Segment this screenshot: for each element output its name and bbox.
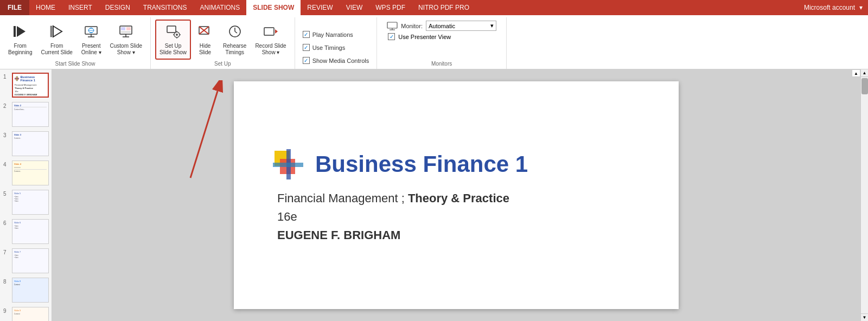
set-up-slide-show-button[interactable]: Set UpSlide Show <box>155 20 191 60</box>
slide-thumb-img-3: Slide 3 Content... <box>12 131 49 156</box>
ribbon-group-monitors: Monitor: Automatic ▾ ✓ Use Presenter Vie… <box>377 17 507 69</box>
slide-thumbnail-6[interactable]: 6 Slide 6 • Item• Item <box>2 218 49 245</box>
slide-thumbnail-4[interactable]: 4 Slide 4 ━━━━━━ Content... <box>2 159 49 187</box>
record-slide-show-button[interactable]: Record SlideShow ▾ <box>251 20 290 60</box>
ribbon-collapse-button[interactable]: ▲ <box>852 69 860 77</box>
slide-thumbnail-5[interactable]: 5 Slide 5 • Item• Item• Item <box>2 189 49 216</box>
monitor-row: Monitor: Automatic ▾ <box>387 21 496 31</box>
animations-menu-item[interactable]: ANIMATIONS <box>193 0 246 15</box>
present-online-button[interactable]: PresentOnline ▾ <box>78 20 105 60</box>
play-narrations-checkbox[interactable]: ✓ <box>303 31 310 38</box>
design-menu-item[interactable]: DESIGN <box>99 0 137 15</box>
svg-rect-10 <box>121 27 125 30</box>
scroll-up-button[interactable]: ▲ <box>861 69 869 77</box>
monitor-dropdown-chevron: ▾ <box>490 22 494 29</box>
show-media-controls-checkbox[interactable]: ✓ <box>303 57 310 64</box>
insert-menu-item[interactable]: INSERT <box>62 0 99 15</box>
scroll-track <box>861 77 868 313</box>
slide-author: EUGENE F. BRIGHAM <box>277 228 641 242</box>
record-slide-show-label: Record SlideShow ▾ <box>255 43 286 56</box>
rehearse-timings-button[interactable]: RehearseTimings <box>219 20 250 60</box>
slide-thumb-img-9: Slide 9 Content <box>12 307 49 321</box>
account-label: Microsoft account <box>804 4 855 11</box>
svg-rect-11 <box>126 27 131 30</box>
monitor-label-text: Monitor: <box>401 23 423 29</box>
ribbon: FromBeginning FromCurrent Slide <box>0 15 868 69</box>
setup-group-label: Set Up <box>214 61 231 67</box>
custom-slide-show-label: Custom SlideShow ▾ <box>110 43 142 56</box>
review-menu-item[interactable]: REVIEW <box>301 0 339 15</box>
canvas-area: Business Finance 1 Financial Management … <box>52 69 860 321</box>
slideshow-menu-item[interactable]: SLIDE SHOW <box>246 0 301 15</box>
svg-marker-1 <box>17 26 25 37</box>
subtitle-regular: Financial Management ; <box>277 191 408 205</box>
slide-thumbnail-3[interactable]: 3 Slide 3 Content... <box>2 130 49 157</box>
slide-thumbnail-8[interactable]: 8 Slide 8 Content <box>2 277 49 304</box>
use-timings-label: Use Timings <box>312 44 346 51</box>
file-menu-item[interactable]: FILE <box>0 0 29 15</box>
slide-thumbnail-7[interactable]: 7 Slide 7 • Item• Item <box>2 247 49 274</box>
svg-rect-2 <box>50 26 52 37</box>
slide-num-2: 2 <box>3 102 10 109</box>
from-current-slide-button[interactable]: FromCurrent Slide <box>37 20 76 60</box>
hide-slide-button[interactable]: HideSlide <box>192 20 218 60</box>
wpspdf-menu-item[interactable]: WPS PDF <box>369 0 412 15</box>
monitor-icon <box>387 22 398 30</box>
slide-num-4: 4 <box>3 160 10 168</box>
home-menu-item[interactable]: HOME <box>29 0 62 15</box>
nitropdf-menu-item[interactable]: NITRO PDF PRO <box>412 0 476 15</box>
account-dropdown-icon[interactable]: ▾ <box>859 4 863 11</box>
svg-marker-3 <box>53 26 62 37</box>
slide-edition: 16e <box>277 210 641 224</box>
svg-line-39 <box>190 91 218 178</box>
slide-num-1: 1 <box>3 73 10 80</box>
slide-thumbnail-2[interactable]: 2 Slide 2 Content lines... <box>2 101 49 128</box>
play-narrations-option[interactable]: ✓ Play Narrations <box>299 29 373 41</box>
use-timings-option[interactable]: ✓ Use Timings <box>299 42 373 54</box>
custom-slide-show-button[interactable]: Custom SlideShow ▾ <box>106 20 146 60</box>
from-current-slide-label: FromCurrent Slide <box>41 43 72 56</box>
slide-thumbnail-9[interactable]: 9 Slide 9 Content <box>2 306 49 321</box>
slide-thumb-img-2: Slide 2 Content lines... <box>12 102 49 127</box>
presenter-view-row: ✓ Use Presenter View <box>387 33 496 40</box>
slide-num-6: 6 <box>3 219 10 226</box>
right-scrollbar[interactable]: ▲ ▼ <box>860 69 868 321</box>
ribbon-group-options: ✓ Play Narrations ✓ Use Timings ✓ Show M… <box>295 17 378 69</box>
slide-thumb-img-6: Slide 6 • Item• Item <box>12 219 49 244</box>
svg-rect-37 <box>15 78 19 79</box>
from-beginning-button[interactable]: FromBeginning <box>4 20 36 60</box>
svg-rect-43 <box>273 163 303 167</box>
monitor-dropdown[interactable]: Automatic ▾ <box>426 21 496 31</box>
use-timings-checkbox[interactable]: ✓ <box>303 44 310 51</box>
svg-line-27 <box>235 31 237 33</box>
slide-thumb-img-4: Slide 4 ━━━━━━ Content... <box>12 160 49 185</box>
hide-slide-label: HideSlide <box>199 43 211 56</box>
svg-rect-0 <box>14 26 16 37</box>
hide-slide-icon <box>197 24 213 41</box>
ribbon-group-start-slideshow: FromBeginning FromCurrent Slide <box>0 17 151 69</box>
set-up-slide-show-icon <box>165 24 181 41</box>
view-menu-item[interactable]: VIEW <box>340 0 369 15</box>
show-media-controls-option[interactable]: ✓ Show Media Controls <box>299 55 373 67</box>
presenter-view-checkbox[interactable]: ✓ <box>388 33 395 40</box>
scroll-thumb[interactable] <box>861 78 868 94</box>
set-up-slide-show-label: Set UpSlide Show <box>159 43 187 56</box>
from-beginning-label: FromBeginning <box>8 43 32 56</box>
show-media-controls-label: Show Media Controls <box>312 57 369 64</box>
slide-thumb-img-1: Business Finance 1 Financial Management … <box>12 73 49 98</box>
slide-thumbnail-1[interactable]: 1 Business Finance 1 Financial Manageme <box>2 72 49 99</box>
subtitle-bold: Theory & Practice <box>408 191 509 205</box>
transitions-menu-item[interactable]: TRANSITIONS <box>137 0 194 15</box>
svg-rect-28 <box>264 28 274 35</box>
title-span: Business Finance 1 <box>315 151 528 177</box>
slide-header: Business Finance 1 <box>272 148 641 181</box>
rehearse-timings-icon <box>227 24 242 41</box>
slide-subtitle: Financial Management ; Theory & Practice <box>277 191 641 206</box>
present-online-icon <box>84 24 99 41</box>
slide-panel: 1 Business Finance 1 Financial Manageme <box>0 69 52 321</box>
present-online-label: PresentOnline ▾ <box>81 43 101 56</box>
slide-body: Financial Management ; Theory & Practice… <box>277 191 641 242</box>
scroll-down-button[interactable]: ▼ <box>861 313 869 321</box>
svg-rect-30 <box>387 22 397 28</box>
ribbon-group-setup: Set UpSlide Show HideSlide <box>151 17 295 69</box>
